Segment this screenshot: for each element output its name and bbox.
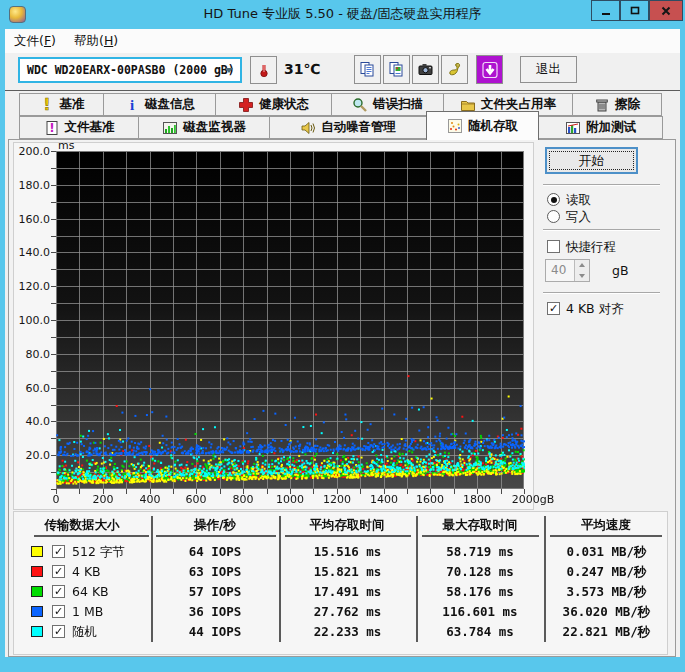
tab-aam[interactable]: 自动噪音管理 <box>269 116 427 139</box>
tab-extra-tests[interactable]: 附加测试 <box>538 116 663 139</box>
menu-file-label: 文件( <box>14 33 44 48</box>
align-checkbox-label: 4 KB 对齐 <box>566 301 624 318</box>
menu-file[interactable]: 文件(F) <box>5 30 65 53</box>
y-tick-label: 140.0 <box>14 246 50 259</box>
tab-disk-monitor[interactable]: 磁盘监视器 <box>138 116 270 139</box>
menu-help-label: 帮助( <box>74 33 104 48</box>
avg-access-value: 15.821 ms <box>281 564 414 579</box>
spin-down-button[interactable] <box>574 270 589 281</box>
benchmark-icon: ! <box>39 97 55 113</box>
thermometer-icon <box>256 62 272 78</box>
separator <box>543 292 660 294</box>
tab-disk-info[interactable]: i 磁盘信息 <box>103 93 216 116</box>
start-button[interactable]: 开始 <box>545 147 638 174</box>
trash-icon <box>594 97 610 113</box>
spin-down-icon <box>579 274 585 278</box>
header-underline <box>285 535 411 537</box>
tab-benchmark[interactable]: ! 基准 <box>19 93 104 116</box>
series-checkbox[interactable]: ✓ <box>52 565 65 578</box>
copy-image-button[interactable] <box>383 55 410 84</box>
menu-help[interactable]: 帮助(H) <box>65 30 127 53</box>
header-underline <box>550 535 662 537</box>
spin-up-icon <box>579 263 585 267</box>
check-icon: ✓ <box>54 607 63 617</box>
check-icon: ✓ <box>54 567 63 577</box>
disk-monitor-icon <box>162 120 178 136</box>
camera-icon <box>417 61 434 78</box>
iops-value: 57 IOPS <box>153 584 277 599</box>
iops-value: 44 IOPS <box>153 624 277 639</box>
avg-access-value: 15.516 ms <box>281 544 414 559</box>
title-bar: HD Tune 专业版 5.50 - 硬盘/固态硬盘实用程序 <box>0 0 685 29</box>
copy-text-icon <box>359 61 376 78</box>
x-tick-label: 2000gB <box>498 493 568 506</box>
y-tick-label: 20.0 <box>14 449 50 462</box>
series-label: 随机 <box>72 624 97 641</box>
series-checkbox[interactable]: ✓ <box>52 545 65 558</box>
menu-bar: 文件(F) 帮助(H) <box>5 29 680 53</box>
tab-row-2: ! 文件基准 磁盘监视器 自动噪音管理 随机存取 附加测试 <box>20 116 663 140</box>
disk-info-icon: i <box>124 97 140 113</box>
y-tick-label: 60.0 <box>14 382 50 395</box>
temperature-button[interactable] <box>250 56 277 84</box>
web-upload-button[interactable] <box>441 55 468 84</box>
y-tick-label: 120.0 <box>14 280 50 293</box>
avg-speed-value: 0.031 MB/秒 <box>546 544 667 561</box>
hdtune-window: { "window": { "title": "HD Tune 专业版 5.50… <box>0 0 685 672</box>
tab-row-1: ! 基准 i 磁盘信息 健康状态 错误扫描 文件夹占用率 擦除 <box>20 93 662 116</box>
y-tick-label: 180.0 <box>14 179 50 192</box>
exit-button[interactable]: 退出 <box>520 56 577 83</box>
screenshot-button[interactable] <box>412 55 439 84</box>
drive-select[interactable]: WDC WD20EARX-00PASB0 (2000 gB) <box>18 57 242 83</box>
y-tick-label: 100.0 <box>14 314 50 327</box>
series-checkbox[interactable]: ✓ <box>52 585 65 598</box>
align-checkbox[interactable]: ✓ <box>547 302 560 315</box>
tab-random-access-label: 随机存取 <box>468 118 518 135</box>
read-radio-label: 读取 <box>566 192 591 209</box>
menu-file-close: ) <box>51 33 56 48</box>
series-checkbox[interactable]: ✓ <box>52 625 65 638</box>
exit-button-label: 退出 <box>536 61 561 78</box>
avg-access-value: 17.491 ms <box>281 584 414 599</box>
short-stroke-input[interactable]: 40 <box>545 259 590 282</box>
tab-health-label: 健康状态 <box>259 96 309 113</box>
series-label: 64 KB <box>72 584 109 599</box>
y-tick-label: 40.0 <box>14 415 50 428</box>
header-underline <box>34 535 149 537</box>
tab-aam-label: 自动噪音管理 <box>321 119 396 136</box>
table-row: ✓ 64 KB 57 IOPS 17.491 ms 58.176 ms 3.57… <box>14 583 667 602</box>
copy-image-icon <box>388 61 405 78</box>
series-checkbox[interactable]: ✓ <box>52 605 65 618</box>
iops-value: 36 IOPS <box>153 604 277 619</box>
header-underline <box>422 535 539 537</box>
tab-file-benchmark[interactable]: ! 文件基准 <box>19 116 139 139</box>
maximize-button[interactable] <box>620 0 649 21</box>
window-title: HD Tune 专业版 5.50 - 硬盘/固态硬盘实用程序 <box>0 0 685 29</box>
column-header: 操作/秒 <box>150 517 280 534</box>
avg-speed-value: 0.247 MB/秒 <box>546 564 667 581</box>
minimize-icon <box>600 5 612 17</box>
temperature-value: 31℃ <box>284 61 320 77</box>
max-access-value: 63.784 ms <box>418 624 542 639</box>
chevron-down-icon <box>225 68 233 73</box>
tab-erase[interactable]: 擦除 <box>572 93 662 116</box>
menu-help-close: ) <box>113 33 118 48</box>
speaker-icon <box>300 120 316 136</box>
column-header: 平均存取时间 <box>282 517 412 534</box>
check-icon: ✓ <box>54 547 63 557</box>
download-button[interactable] <box>476 55 503 84</box>
minimize-button[interactable] <box>591 0 620 21</box>
tab-random-access[interactable]: 随机存取 <box>426 111 539 140</box>
maximize-icon <box>629 5 641 17</box>
short-stroke-checkbox[interactable] <box>547 240 560 253</box>
copy-text-button[interactable] <box>354 55 381 84</box>
tab-health[interactable]: 健康状态 <box>215 93 332 116</box>
table-row: ✓ 随机 44 IOPS 22.233 ms 63.784 ms 22.821 … <box>14 623 667 642</box>
tab-file-benchmark-label: 文件基准 <box>65 119 115 136</box>
read-radio[interactable] <box>547 193 560 206</box>
svg-text:i: i <box>130 97 134 113</box>
column-header: 最大存取时间 <box>415 517 545 534</box>
iops-value: 64 IOPS <box>153 544 277 559</box>
write-radio[interactable] <box>547 210 560 223</box>
close-button[interactable] <box>649 0 683 21</box>
